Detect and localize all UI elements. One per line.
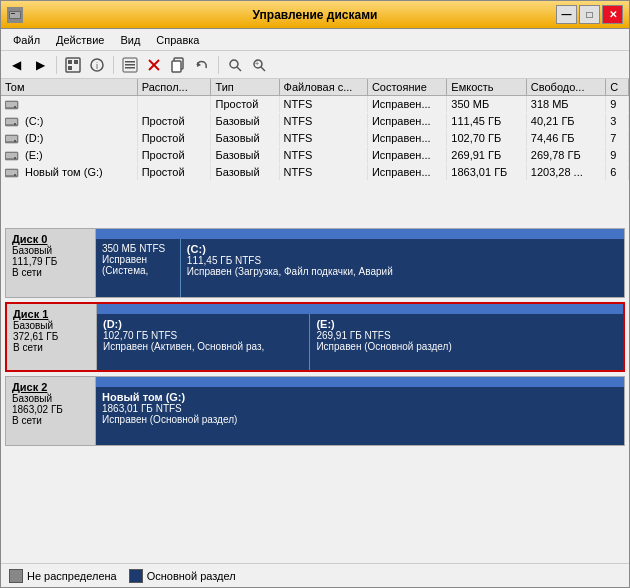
svg-text:+: + [255,60,259,67]
cell-status: Исправен... [367,96,446,113]
disk-name: Диск 2 [12,381,89,393]
cell-fs: NTFS [279,164,367,181]
cell-fs: NTFS [279,113,367,130]
parts-row-disk0: 350 МБ NTFS Исправен (Система, (C:) 111,… [96,239,624,297]
forward-button[interactable]: ▶ [29,54,51,76]
minimize-button[interactable]: — [556,5,577,24]
svg-rect-2 [11,13,15,14]
disk-map-content: Диск 0 Базовый 111,79 ГБ В сети 350 МБ N… [5,228,625,446]
col-location[interactable]: Распол... [137,79,211,96]
table-row[interactable]: (C:) Простой Базовый NTFS Исправен... 11… [1,113,629,130]
col-type[interactable]: Тип [211,79,279,96]
disk-size: 111,79 ГБ [12,256,89,267]
legend-primary-label: Основной раздел [147,570,236,582]
disk-map[interactable]: Диск 0 Базовый 111,79 ГБ В сети 350 МБ N… [1,224,629,563]
col-status[interactable]: Состояние [367,79,446,96]
partition-disk2-0[interactable]: Новый том (G:) 1863,01 ГБ NTFS Исправен … [96,387,624,445]
cell-location: Простой [137,130,211,147]
toolbar-btn-undo[interactable] [191,54,213,76]
back-button[interactable]: ◀ [5,54,27,76]
menu-view[interactable]: Вид [112,32,148,48]
cell-capacity: 102,70 ГБ [447,130,526,147]
cell-pct: 9 [606,96,629,113]
disk-type: Базовый [12,393,89,404]
legend-unallocated-label: Не распределена [27,570,117,582]
svg-line-19 [237,67,241,71]
partition-status: Исправен (Основной раздел) [102,414,618,425]
disk-row-disk1[interactable]: Диск 1 Базовый 372,61 ГБ В сети (D:) 102… [5,302,625,372]
legend: Не распределена Основной раздел [1,563,629,587]
header-strip-disk2 [96,377,624,387]
disk-row-disk0[interactable]: Диск 0 Базовый 111,79 ГБ В сети 350 МБ N… [5,228,625,298]
main-window: Управление дисками — □ ✕ Файл Действие В… [0,0,630,588]
partition-size: 102,70 ГБ NTFS [103,330,303,341]
menu-help[interactable]: Справка [148,32,207,48]
svg-rect-5 [74,60,78,64]
table-row[interactable]: Новый том (G:) Простой Базовый NTFS Испр… [1,164,629,181]
cell-pct: 9 [606,147,629,164]
legend-unallocated-box [9,569,23,583]
cell-volume: Новый том (G:) [1,164,137,181]
svg-point-28 [14,123,16,125]
col-pct[interactable]: С [606,79,629,96]
app-icon [7,7,23,23]
partition-disk1-0[interactable]: (D:) 102,70 ГБ NTFS Исправен (Активен, О… [97,314,310,370]
col-free[interactable]: Свободо... [526,79,605,96]
main-content: Том Распол... Тип Файловая с... Состояни… [1,79,629,587]
toolbar-btn-3[interactable] [62,54,84,76]
window-title: Управление дисками [253,8,378,22]
disk-size: 1863,02 ГБ [12,404,89,415]
cell-free: 74,46 ГБ [526,130,605,147]
partition-name: Новый том (G:) [102,391,618,403]
menu-action[interactable]: Действие [48,32,112,48]
cell-volume: (D:) [1,130,137,147]
toolbar-sep-1 [56,56,57,74]
col-volume[interactable]: Том [1,79,137,96]
cell-fs: NTFS [279,147,367,164]
toolbar-btn-4[interactable]: i [86,54,108,76]
svg-line-21 [261,67,265,71]
partition-size: 350 МБ NTFS [102,243,174,254]
partition-status: Исправен (Загрузка, Файл подкачки, Авари… [187,266,618,277]
parts-row-disk1: (D:) 102,70 ГБ NTFS Исправен (Активен, О… [97,314,623,370]
disk-name: Диск 0 [12,233,89,245]
table-row[interactable]: (E:) Простой Базовый NTFS Исправен... 26… [1,147,629,164]
partition-disk0-1[interactable]: (C:) 111,45 ГБ NTFS Исправен (Загрузка, … [181,239,624,297]
disk-info-disk2: Диск 2 Базовый 1863,02 ГБ В сети [6,377,96,445]
title-bar-left [7,7,23,23]
disk-table-container[interactable]: Том Распол... Тип Файловая с... Состояни… [1,79,629,224]
table-row[interactable]: (D:) Простой Базовый NTFS Исправен... 10… [1,130,629,147]
cell-free: 1203,28 ... [526,164,605,181]
toolbar-btn-delete[interactable] [143,54,165,76]
toolbar-sep-3 [218,56,219,74]
partition-disk1-1[interactable]: (E:) 269,91 ГБ NTFS Исправен (Основной р… [310,314,623,370]
header-strip-disk1 [97,304,623,314]
disk-table: Том Распол... Тип Файловая с... Состояни… [1,79,629,181]
svg-rect-6 [68,66,72,70]
svg-rect-12 [125,67,135,69]
toolbar-sep-2 [113,56,114,74]
close-button[interactable]: ✕ [602,5,623,24]
partition-name: (D:) [103,318,303,330]
toolbar-btn-5[interactable] [119,54,141,76]
partition-size: 269,91 ГБ NTFS [316,330,617,341]
cell-location: Простой [137,147,211,164]
cell-type: Базовый [211,130,279,147]
cell-pct: 6 [606,164,629,181]
partition-disk0-0[interactable]: 350 МБ NTFS Исправен (Система, [96,239,181,297]
toolbar-btn-search1[interactable] [224,54,246,76]
table-row[interactable]: Простой NTFS Исправен... 350 МБ 318 МБ 9 [1,96,629,113]
svg-rect-4 [68,60,72,64]
maximize-button[interactable]: □ [579,5,600,24]
menu-file[interactable]: Файл [5,32,48,48]
partition-status: Исправен (Активен, Основной раз, [103,341,303,352]
partition-status: Исправен (Система, [102,254,174,276]
col-capacity[interactable]: Емкость [447,79,526,96]
toolbar-btn-search2[interactable]: + [248,54,270,76]
col-fs[interactable]: Файловая с... [279,79,367,96]
toolbar: ◀ ▶ i + [1,51,629,79]
cell-fs: NTFS [279,130,367,147]
toolbar-btn-copy[interactable] [167,54,189,76]
disk-row-disk2[interactable]: Диск 2 Базовый 1863,02 ГБ В сети Новый т… [5,376,625,446]
cell-status: Исправен... [367,113,446,130]
